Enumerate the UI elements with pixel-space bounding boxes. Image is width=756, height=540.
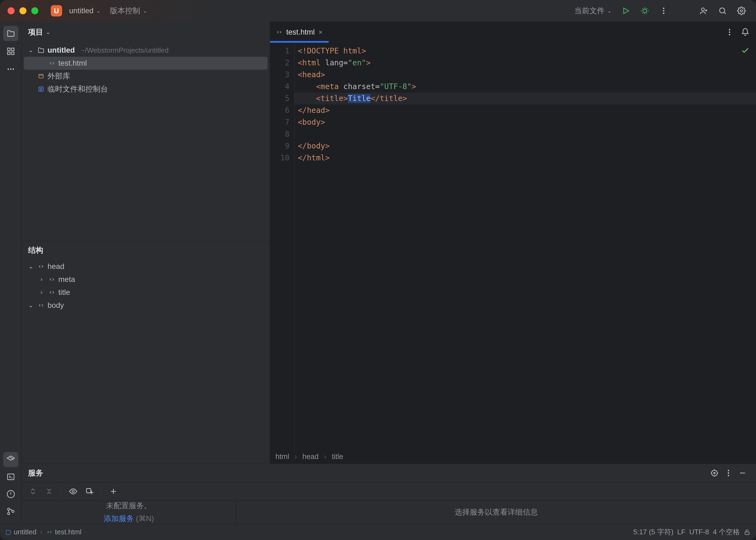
services-empty-message: 未配置服务。 [106, 500, 152, 511]
notifications-button[interactable] [738, 25, 752, 39]
run-config-dropdown[interactable]: 当前文件 ⌄ [572, 4, 614, 18]
run-button[interactable] [619, 4, 633, 18]
file-encoding[interactable]: UTF-8 [689, 528, 709, 536]
project-panel-header[interactable]: 项目 ⌄ [22, 22, 270, 43]
view-mode-button[interactable] [66, 484, 80, 498]
more-actions-button[interactable] [657, 4, 671, 18]
svg-point-4 [663, 13, 664, 14]
breadcrumb-item[interactable]: head [303, 453, 318, 461]
nav-file-label: test.html [55, 528, 81, 536]
editor-tabs: test.html × [270, 22, 756, 43]
svg-point-25 [729, 34, 730, 35]
search-button[interactable] [715, 4, 729, 18]
services-target-button[interactable] [707, 466, 721, 480]
services-more-button[interactable] [721, 466, 735, 480]
close-tab-button[interactable]: × [318, 28, 323, 37]
services-detail-message: 选择服务以查看详细信息 [455, 507, 538, 517]
node-label: meta [58, 275, 75, 284]
breadcrumb-item[interactable]: html [275, 453, 289, 461]
external-libs-label: 外部库 [48, 71, 70, 81]
left-tool-rail [0, 22, 22, 524]
structure-node-body[interactable]: ⌄ body [24, 299, 268, 312]
settings-button[interactable] [734, 4, 748, 18]
code-content[interactable]: <!DOCTYPE html> <html lang="en"> <head> … [294, 43, 756, 450]
svg-point-26 [711, 470, 717, 476]
services-tool-button[interactable] [3, 452, 18, 467]
editor-more-button[interactable] [722, 25, 737, 39]
tab-test-html[interactable]: test.html × [270, 22, 328, 43]
svg-point-30 [728, 475, 729, 476]
expand-all-button[interactable] [26, 484, 40, 498]
services-toolbar [22, 482, 756, 500]
project-tool-button[interactable] [3, 26, 18, 41]
svg-point-31 [72, 490, 74, 492]
svg-point-14 [12, 68, 14, 69]
main-area: 项目 ⌄ ⌄ untitled ~/WebstormProjects/untit… [0, 22, 756, 524]
add-service-button[interactable] [106, 484, 120, 498]
tag-icon [37, 263, 45, 270]
caret-right-icon: › [38, 276, 45, 283]
structure-node-title[interactable]: › title [24, 286, 268, 299]
tree-root[interactable]: ⌄ untitled ~/WebstormProjects/untitled [24, 44, 268, 57]
more-tool-button[interactable] [3, 62, 18, 77]
code-editor[interactable]: 1 2 3 4 5 6 7 8 9 10 <!DOCTYPE html> <ht… [270, 43, 756, 450]
hide-panel-button[interactable] [735, 466, 750, 480]
tree-file-test-html[interactable]: · test.html [24, 57, 268, 69]
svg-point-5 [701, 8, 704, 11]
tag-icon [48, 276, 56, 283]
project-dropdown[interactable]: untitled ⌄ [67, 5, 103, 17]
vcs-tool-button[interactable] [3, 504, 18, 519]
minimize-window-button[interactable] [19, 7, 27, 14]
nav-file[interactable]: test.html [47, 528, 81, 536]
filter-button[interactable] [82, 484, 96, 498]
nav-project[interactable]: ▢ untitled [5, 528, 37, 536]
terminal-tool-button[interactable] [3, 469, 18, 484]
debug-button[interactable] [638, 4, 652, 18]
services-detail-placeholder: 选择服务以查看详细信息 [236, 500, 756, 524]
nav-project-label: untitled [14, 528, 37, 536]
root-name: untitled [48, 46, 75, 54]
chevron-right-icon: › [295, 453, 297, 461]
structure-node-meta[interactable]: › meta [24, 273, 268, 286]
folder-icon [37, 47, 45, 54]
project-badge[interactable]: U [51, 5, 62, 17]
code-with-me-button[interactable] [696, 4, 711, 18]
inspection-ok-icon[interactable] [741, 46, 750, 55]
tree-scratches[interactable]: · 临时文件和控制台 [24, 82, 268, 95]
svg-rect-8 [8, 48, 10, 51]
library-icon [37, 73, 45, 79]
tag-icon [48, 289, 56, 296]
svg-rect-9 [11, 48, 14, 51]
svg-rect-11 [11, 52, 14, 55]
add-service-link[interactable]: 添加服务 [104, 514, 134, 523]
caret-down-icon: ⌄ [27, 302, 35, 309]
collapse-all-button[interactable] [42, 484, 56, 498]
indent-settings[interactable]: 4 个空格 [713, 527, 740, 537]
node-label: title [58, 288, 70, 297]
svg-point-27 [713, 472, 715, 473]
problems-tool-button[interactable] [3, 486, 18, 502]
svg-point-29 [728, 472, 729, 473]
close-window-button[interactable] [8, 7, 15, 14]
caret-position[interactable]: 5:17 (5 字符) [633, 527, 673, 537]
html-file-icon [47, 529, 53, 535]
structure-panel-title: 结构 [28, 245, 43, 255]
tag-icon [37, 302, 45, 309]
svg-point-23 [729, 29, 730, 30]
maximize-window-button[interactable] [31, 7, 38, 14]
structure-tool-button[interactable] [3, 44, 18, 59]
structure-panel-header[interactable]: 结构 [22, 241, 270, 259]
breadcrumb-item[interactable]: title [332, 453, 343, 461]
svg-point-19 [8, 512, 10, 515]
node-label: head [48, 262, 64, 271]
services-empty-left: 未配置服务。 添加服务 (⌘N) [22, 500, 236, 524]
svg-point-2 [663, 8, 664, 9]
statusbar: ▢ untitled › test.html 5:17 (5 字符) LF UT… [0, 524, 756, 540]
tree-external-libs[interactable]: · 外部库 [24, 69, 268, 82]
readonly-toggle[interactable] [744, 529, 751, 536]
structure-node-head[interactable]: ⌄ head [24, 260, 268, 273]
editor-area: test.html × 1 [270, 22, 756, 464]
line-separator[interactable]: LF [677, 528, 685, 536]
node-label: body [48, 301, 64, 310]
vcs-dropdown[interactable]: 版本控制 ⌄ [108, 4, 150, 18]
